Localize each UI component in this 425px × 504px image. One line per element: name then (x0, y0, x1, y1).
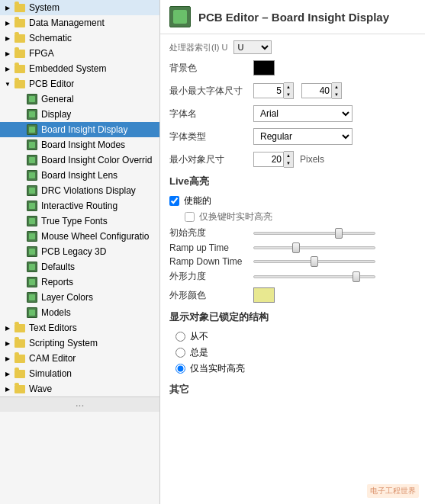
icon-schematic (14, 32, 26, 44)
ramp-down-track[interactable] (253, 260, 375, 263)
icon-mouse-wheel-configuration (26, 230, 38, 242)
alt-realtime-checkbox[interactable] (185, 212, 195, 222)
sidebar-item-models[interactable]: Models (0, 305, 159, 320)
top-bar-label: 处理器索引(I) U (169, 42, 227, 53)
label-defaults: Defaults (41, 262, 75, 272)
sidebar-item-text-editors[interactable]: ▶Text Editors (0, 320, 159, 335)
font-size-min-group: ▲ ▼ (253, 82, 294, 99)
font-size-min-up[interactable]: ▲ (284, 83, 293, 91)
ramp-up-track[interactable] (253, 246, 375, 249)
font-type-select[interactable]: Regular Bold Italic Bold Italic (253, 128, 353, 145)
sidebar-item-scripting-system[interactable]: ▶Scripting System (0, 335, 159, 351)
shape-intensity-row: 外形力度 (169, 270, 416, 283)
sidebar-item-drc-violations-display[interactable]: DRC Violations Display (0, 183, 159, 198)
tree-arrow-true-type-fonts (15, 217, 24, 226)
sidebar-item-board-insight-modes[interactable]: Board Insight Modes (0, 137, 159, 152)
ramp-up-row: Ramp up Time (169, 242, 416, 253)
tree-arrow-text-editors: ▶ (3, 323, 12, 332)
other-section-header: 其它 (169, 383, 416, 398)
label-reports: Reports (41, 277, 73, 287)
font-size-max-input[interactable] (301, 83, 332, 98)
font-size-max-down[interactable]: ▼ (332, 91, 341, 98)
font-name-select[interactable]: Arial Times New Roman Courier New (253, 105, 353, 122)
font-name-row: 字体名 Arial Times New Roman Courier New (169, 104, 416, 123)
sidebar-item-display[interactable]: Display (0, 107, 159, 122)
sidebar-item-simulation[interactable]: ▶Simulation (0, 366, 159, 381)
label-mouse-wheel-configuration: Mouse Wheel Configuratio (41, 231, 149, 242)
sidebar-item-board-insight-display[interactable]: Board Insight Display (0, 122, 159, 137)
font-name-label: 字体名 (169, 108, 253, 120)
max-obj-size-input[interactable] (253, 152, 284, 167)
sidebar-item-fpga[interactable]: ▶FPGA (0, 46, 159, 61)
sidebar-item-defaults[interactable]: Defaults (0, 259, 159, 274)
tree-arrow-drc-violations-display (15, 186, 24, 195)
ramp-up-thumb[interactable] (292, 242, 300, 253)
sidebar-item-wave[interactable]: ▶Wave (0, 381, 159, 396)
icon-layer-colors (26, 291, 38, 303)
font-size-max-up[interactable]: ▲ (332, 83, 341, 91)
enabled-checkbox[interactable] (169, 196, 179, 206)
sidebar-item-board-insight-color-override[interactable]: Board Insight Color Overrid (0, 152, 159, 168)
sidebar-item-general[interactable]: General (0, 91, 159, 107)
sidebar-item-mouse-wheel-configuration[interactable]: Mouse Wheel Configuratio (0, 229, 159, 244)
tree-arrow-data-management: ▶ (3, 18, 12, 27)
icon-defaults (26, 261, 38, 273)
sidebar-item-embedded-system[interactable]: ▶Embedded System (0, 61, 159, 76)
sidebar-item-interactive-routing[interactable]: Interactive Routing (0, 198, 159, 213)
font-size-min-spinner: ▲ ▼ (284, 82, 294, 99)
label-drc-violations-display: DRC Violations Display (41, 185, 136, 196)
sidebar-item-reports[interactable]: Reports (0, 274, 159, 290)
initial-brightness-thumb[interactable] (335, 228, 343, 239)
radio-always[interactable] (175, 348, 185, 358)
enabled-label: 使能的 (184, 194, 211, 207)
ramp-down-label: Ramp Down Time (169, 256, 253, 267)
tree-arrow-fpga: ▶ (3, 49, 12, 58)
font-size-label: 最小最大字体尺寸 (169, 85, 253, 98)
content-header: PCB Editor – Board Insight Display (160, 0, 425, 34)
tree-arrow-defaults (15, 262, 24, 271)
shape-color-swatch[interactable] (253, 287, 275, 303)
shape-intensity-label: 外形力度 (169, 270, 253, 283)
ramp-down-thumb[interactable] (311, 256, 318, 267)
icon-system (14, 2, 26, 14)
font-size-min-input[interactable] (253, 83, 284, 98)
content-panel: PCB Editor – Board Insight Display 处理器索引… (160, 0, 425, 504)
icon-reports (26, 276, 38, 288)
icon-embedded-system (14, 63, 26, 75)
tree-arrow-layer-colors (15, 293, 24, 302)
sidebar-item-pcb-legacy-3d[interactable]: PCB Legacy 3D (0, 244, 159, 259)
max-obj-size-up[interactable]: ▲ (284, 152, 293, 159)
sidebar-item-schematic[interactable]: ▶Schematic (0, 30, 159, 46)
sidebar-item-board-insight-lens[interactable]: Board Insight Lens (0, 168, 159, 183)
shape-intensity-track[interactable] (253, 275, 375, 278)
shape-intensity-thumb[interactable] (353, 271, 360, 282)
sidebar-bottom: ··· (0, 396, 159, 412)
radio-live[interactable] (175, 364, 185, 374)
icon-cam-editor (14, 352, 26, 364)
max-obj-size-down[interactable]: ▼ (284, 159, 293, 167)
sidebar-item-system[interactable]: ▶System (0, 0, 159, 15)
sidebar-item-true-type-fonts[interactable]: True Type Fonts (0, 213, 159, 229)
tree-arrow-general (15, 95, 24, 104)
initial-brightness-track[interactable] (253, 232, 375, 235)
sidebar-item-layer-colors[interactable]: Layer Colors (0, 290, 159, 305)
header-icon (169, 6, 191, 27)
label-interactive-routing: Interactive Routing (41, 201, 118, 211)
content-wrapper: PCB Editor – Board Insight Display 处理器索引… (160, 0, 425, 504)
font-type-control: Regular Bold Italic Bold Italic (253, 128, 353, 145)
radio-never[interactable] (175, 332, 185, 342)
top-bar-select[interactable]: U (233, 40, 272, 54)
icon-fpga (14, 47, 26, 59)
tree-arrow-models (15, 308, 24, 317)
sidebar-item-pcb-editor[interactable]: ▼PCB Editor (0, 76, 159, 91)
font-size-min-down[interactable]: ▼ (284, 91, 293, 98)
sidebar-item-data-management[interactable]: ▶Data Management (0, 15, 159, 30)
tree-arrow-interactive-routing (15, 201, 24, 210)
header-icon-inner (173, 10, 187, 24)
shape-color-control (253, 287, 275, 303)
sidebar-item-cam-editor[interactable]: ▶CAM Editor (0, 351, 159, 366)
bg-color-swatch[interactable] (253, 60, 275, 75)
icon-true-type-fonts (26, 215, 38, 227)
label-true-type-fonts: True Type Fonts (41, 216, 108, 226)
content-body: 处理器索引(I) U U 背景色 最小最大字体尺寸 (160, 34, 425, 409)
